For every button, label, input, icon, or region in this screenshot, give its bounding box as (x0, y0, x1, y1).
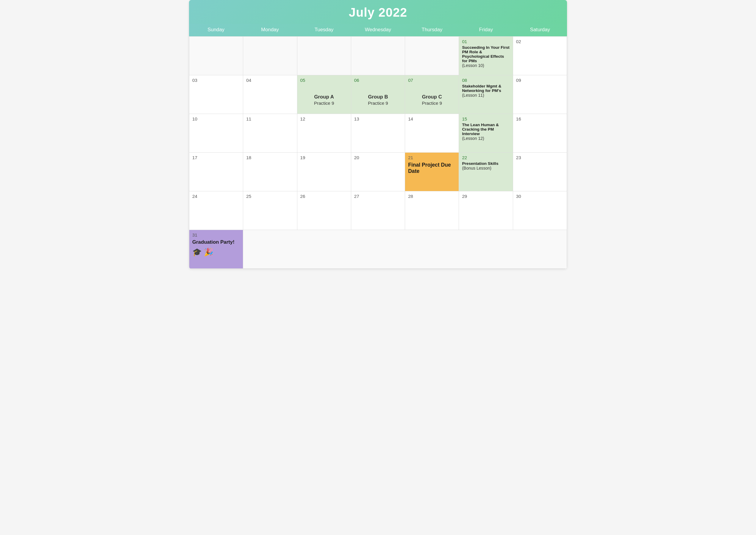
normal-cell: 28 (405, 191, 459, 230)
cell-number: 29 (462, 194, 509, 199)
cell-number: 08 (462, 78, 509, 83)
cell-number: 14 (408, 116, 456, 122)
calendar-title: July 2022 (189, 5, 567, 20)
cell-number: 10 (192, 116, 240, 122)
empty-cell (243, 37, 297, 75)
cell-number: 23 (516, 155, 564, 160)
cell-number: 11 (246, 116, 294, 122)
group-content: Group A Practice 9 (300, 84, 348, 111)
normal-cell: 23 (513, 153, 567, 191)
normal-cell: 29 (459, 191, 513, 230)
cell-number: 22 (462, 155, 509, 160)
day-headers: SundayMondayTuesdayWednesdayThursdayFrid… (189, 24, 567, 36)
normal-cell: 04 (243, 75, 297, 114)
normal-cell: 27 (351, 191, 405, 230)
empty-cell (297, 37, 351, 75)
group-title: Group C (422, 94, 442, 100)
cell-number: 27 (354, 194, 402, 199)
lesson-content: Succeeding In Your First PM Role & Psych… (462, 45, 509, 68)
lesson-subtitle: (Lesson 12) (462, 136, 484, 141)
graduation-title: Graduation Party! (192, 239, 240, 245)
day-header: Sunday (189, 24, 243, 36)
lesson-subtitle: (Lesson 10) (462, 63, 484, 68)
lesson-title: Succeeding In Your First PM Role & Psych… (462, 45, 509, 63)
graduation-cell: 31 Graduation Party! 🎓 🎉 (189, 230, 243, 269)
cell-number: 01 (462, 39, 509, 44)
group-subtitle: Practice 9 (422, 100, 442, 106)
cell-number: 20 (354, 155, 402, 160)
cell-number: 05 (300, 78, 348, 83)
lesson-title: Presentation Skills (462, 161, 509, 166)
normal-cell: 25 (243, 191, 297, 230)
cell-number: 17 (192, 155, 240, 160)
cell-number: 24 (192, 194, 240, 199)
cell-number: 02 (516, 39, 564, 44)
normal-cell: 18 (243, 153, 297, 191)
cell-number: 16 (516, 116, 564, 122)
cell-number: 31 (192, 232, 240, 238)
day-header: Tuesday (297, 24, 351, 36)
lesson-content: Presentation Skills (Bonus Lesson) (462, 161, 509, 171)
graduation-emojis: 🎓 🎉 (192, 247, 240, 257)
lesson-subtitle: (Lesson 11) (462, 93, 484, 98)
group-cell: 06 Group B Practice 9 (351, 75, 405, 114)
cell-number: 18 (246, 155, 294, 160)
lesson-subtitle: (Bonus Lesson) (462, 166, 491, 171)
cell-number: 28 (408, 194, 456, 199)
normal-cell: 13 (351, 114, 405, 153)
lesson-title: The Lean Human & Cracking the PM Intervi… (462, 123, 509, 136)
normal-cell: 09 (513, 75, 567, 114)
cell-number: 07 (408, 78, 456, 83)
normal-cell: 10 (189, 114, 243, 153)
group-cell: 05 Group A Practice 9 (297, 75, 351, 114)
final-cell: 21 Final Project Due Date (405, 153, 459, 191)
cell-number: 15 (462, 116, 509, 122)
normal-cell: 26 (297, 191, 351, 230)
group-content: Group C Practice 9 (408, 84, 456, 111)
empty-cell (351, 37, 405, 75)
normal-cell: 19 (297, 153, 351, 191)
normal-cell: 12 (297, 114, 351, 153)
day-header: Saturday (513, 24, 567, 36)
cell-number: 12 (300, 116, 348, 122)
empty-cell (189, 37, 243, 75)
group-subtitle: Practice 9 (368, 100, 388, 106)
cell-number: 21 (408, 155, 456, 160)
normal-cell: 17 (189, 153, 243, 191)
calendar-header: July 2022 (189, 0, 567, 24)
cell-number: 30 (516, 194, 564, 199)
final-title: Final Project Due Date (408, 162, 456, 174)
normal-cell: 24 (189, 191, 243, 230)
day-header: Thursday (405, 24, 459, 36)
lesson-cell: 22 Presentation Skills (Bonus Lesson) (459, 153, 513, 191)
day-header: Friday (459, 24, 513, 36)
lesson-cell: 15 The Lean Human & Cracking the PM Inte… (459, 114, 513, 153)
normal-cell: 20 (351, 153, 405, 191)
lesson-content: Stakeholder Mgmt & Networking for PM's (… (462, 84, 509, 98)
cell-number: 06 (354, 78, 402, 83)
normal-cell: 14 (405, 114, 459, 153)
normal-cell: 02 (513, 37, 567, 75)
calendar-grid: 01 Succeeding In Your First PM Role & Ps… (189, 36, 567, 269)
normal-cell: 30 (513, 191, 567, 230)
cell-number: 09 (516, 78, 564, 83)
normal-cell: 11 (243, 114, 297, 153)
cell-number: 19 (300, 155, 348, 160)
empty-rest (243, 230, 567, 269)
group-subtitle: Practice 9 (314, 100, 334, 106)
cell-number: 04 (246, 78, 294, 83)
cell-number: 03 (192, 78, 240, 83)
cell-number: 25 (246, 194, 294, 199)
lesson-content: The Lean Human & Cracking the PM Intervi… (462, 123, 509, 141)
lesson-cell: 01 Succeeding In Your First PM Role & Ps… (459, 37, 513, 75)
day-header: Wednesday (351, 24, 405, 36)
group-content: Group B Practice 9 (354, 84, 402, 111)
normal-cell: 16 (513, 114, 567, 153)
empty-cell (405, 37, 459, 75)
group-title: Group A (314, 94, 334, 100)
calendar-wrapper: July 2022 SundayMondayTuesdayWednesdayTh… (189, 0, 567, 269)
group-title: Group B (368, 94, 388, 100)
day-header: Monday (243, 24, 297, 36)
lesson-title: Stakeholder Mgmt & Networking for PM's (462, 84, 509, 93)
cell-number: 13 (354, 116, 402, 122)
